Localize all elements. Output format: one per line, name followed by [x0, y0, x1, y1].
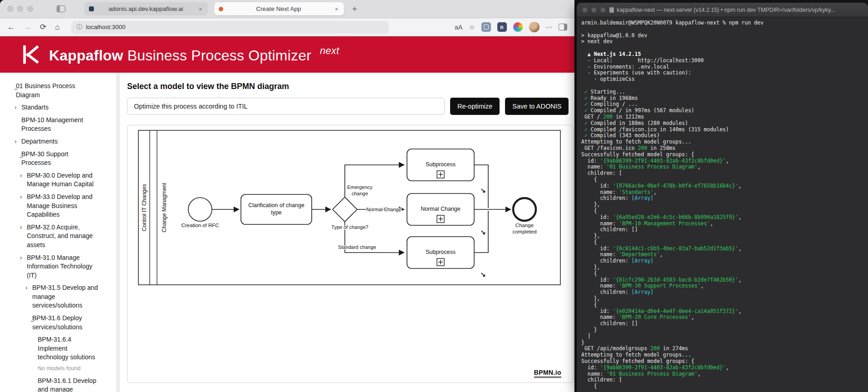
brand-name: Kappaflow [49, 47, 123, 64]
start-event-label: Creation of RFC [181, 223, 219, 228]
sidebar-item[interactable]: ›BPM-32.0 Acquire, Construct, and manage… [0, 223, 116, 250]
terminal-line: ✓ Compiled / in 997ms (567 modules) [581, 108, 863, 114]
subprocess-label: Subprocess [426, 161, 456, 168]
sidebar-item-label: 01 Business Process Diagram [16, 82, 98, 99]
task-label: type [271, 209, 282, 216]
sidebar-item[interactable]: ›BPM-30.0 Develop and Manage Human Capit… [0, 171, 116, 189]
terminal-line: > kappaflow@1.0.0 dev [581, 33, 863, 39]
terminal-line: name: '01 Business Process Diagram', [581, 164, 863, 170]
bpmn-io-watermark[interactable]: BPMN.io [534, 369, 561, 378]
chevron-right-icon[interactable]: › [15, 137, 21, 146]
address-bar[interactable]: ⓘ localhost:3000 [71, 21, 389, 34]
extension-n-icon[interactable]: n [497, 22, 507, 32]
close-tab-icon[interactable]: × [198, 5, 203, 13]
zoom-window-button[interactable] [27, 6, 33, 12]
terminal-line: children: [ [581, 170, 863, 177]
tab-create-next-app[interactable]: Create Next App × [214, 2, 344, 15]
save-to-adonis-button[interactable]: Save to ADONIS [505, 98, 569, 115]
terminal-line: }, [581, 233, 863, 239]
sidebar-toggle-icon[interactable] [57, 5, 65, 12]
chevron-down-icon[interactable]: › [3, 88, 20, 95]
sidebar-item[interactable]: BPM-31.6.1 Develop and manage service/so… [0, 377, 116, 392]
sidebar-item[interactable]: ›Standarts [0, 103, 116, 112]
pool-label: Control IT Changes [141, 184, 147, 231]
chevron-spacer [31, 335, 38, 362]
more-menu-icon[interactable]: ⋯ [546, 24, 553, 31]
terminal-line: ✓ Starting... [581, 89, 863, 95]
normal-flow-label: Normal Change [366, 207, 401, 212]
home-icon[interactable]: ⌂ [55, 23, 59, 32]
reader-icon[interactable]: aA [455, 24, 463, 31]
extension-icon[interactable] [481, 22, 491, 32]
sidebar-item[interactable]: ›BPM-30 Support Processes [0, 150, 116, 168]
terminal-line: GET / 200 in 1212ms [581, 114, 863, 120]
site-info-icon[interactable]: ⓘ [77, 23, 83, 31]
sidebar-scrollbar[interactable] [116, 73, 120, 392]
app-subtitle: Business Process Optimizer [128, 47, 311, 64]
profile-avatar[interactable] [529, 22, 539, 32]
chevron-right-icon[interactable]: › [25, 283, 32, 310]
reoptimize-button[interactable]: Re-optimize [450, 98, 500, 115]
close-window-button[interactable] [582, 7, 588, 13]
chevron-right-icon[interactable]: › [20, 253, 27, 280]
bookmark-star-icon[interactable]: ☆ [469, 24, 475, 31]
close-tab-icon[interactable]: × [334, 5, 339, 13]
sidebar-item[interactable]: BPM-31.6.4 Implement technology solution… [0, 335, 116, 362]
close-window-button[interactable] [7, 6, 13, 12]
browser-window: adonis.api.dev.kappaflow.ai × Create Nex… [0, 0, 574, 392]
optimize-prompt-input[interactable] [127, 98, 445, 115]
back-icon[interactable]: ← [7, 23, 15, 32]
minimize-window-button[interactable] [17, 6, 23, 12]
terminal-line: Successfully fetched model groups: { [581, 152, 863, 158]
terminal-line: > next dev [581, 39, 863, 45]
gateway-type-of-change[interactable] [333, 197, 357, 222]
sidebar-item[interactable]: ›BPM-31.0 Manage Information Technology … [0, 253, 116, 280]
end-event-label: Change [515, 223, 534, 228]
sidebar-item-label: No models found [38, 365, 81, 373]
subprocess-label: Normal Change [421, 206, 461, 212]
bpmn-diagram[interactable]: Control IT Changes Change Managment Crea… [128, 125, 573, 382]
new-tab-button[interactable]: + [352, 4, 357, 14]
chevron-down-icon[interactable]: › [8, 156, 26, 163]
sidebar-item[interactable]: ›Departments [0, 137, 116, 146]
sidebar-item[interactable]: ›BPM-31.5 Develop and manage services/so… [0, 283, 116, 310]
zoom-window-button[interactable] [600, 7, 606, 13]
terminal-line: id: '{9ab86399-2f91-4403-82ab-43f2c8bfd0… [581, 158, 863, 164]
start-event[interactable] [188, 198, 212, 221]
forward-icon[interactable]: → [24, 23, 31, 32]
chevron-right-icon[interactable]: › [15, 103, 21, 112]
minimize-window-button[interactable] [591, 7, 597, 13]
sidebar-item[interactable]: BPM-10 Management Processes [0, 116, 116, 134]
terminal-output[interactable]: armin.baldemair@WSMPQK20N00T9 kappaflow-… [577, 17, 868, 392]
terminal-line: { [581, 239, 863, 246]
sidebar-tree: ›01 Business Process Diagram›StandartsBP… [0, 73, 116, 392]
sidebar-item-label: BPM-31.0 Manage Information Technology (… [27, 253, 98, 280]
terminal-titlebar[interactable]: kappaflow-next — next-server (v14.2.15) … [577, 3, 868, 17]
reload-icon[interactable]: ⟳ [40, 22, 46, 32]
terminal-line: children: [] [581, 227, 863, 233]
end-event-label: completed [512, 229, 536, 234]
sidebar-item[interactable]: ›BPM-33.0 Develop and Manage Business Ca… [0, 193, 116, 219]
terminal-line [581, 26, 863, 33]
terminal-line [581, 83, 863, 89]
chevron-right-icon[interactable]: › [20, 223, 27, 250]
toolbar-right-icons: aA ☆ n ⋯ [455, 22, 567, 32]
terminal-line: ✓ Compiled (343 modules) [581, 133, 863, 139]
tab-adonis[interactable]: adonis.api.dev.kappaflow.ai × [84, 2, 208, 15]
color-wheel-extension-icon[interactable] [513, 22, 523, 32]
sidebar-item[interactable]: ›01 Business Process Diagram [0, 82, 116, 99]
chevron-right-icon[interactable]: › [20, 171, 27, 189]
terminal-line: id: '{6a95ed28-e2e6-4c5c-b66b-8b990a1825… [581, 214, 863, 221]
window-controls [0, 6, 33, 12]
terminal-line: ▲ Next.js 14.2.15 [581, 51, 863, 58]
terminal-line: GET /api/modelgroups 200 in 274ms [581, 346, 863, 352]
side-panel-icon[interactable] [559, 24, 567, 30]
chevron-right-icon[interactable]: › [20, 193, 27, 219]
terminal-line: { [581, 177, 863, 183]
adonis-favicon-icon [89, 6, 94, 11]
bpmn-canvas-card: Control IT Changes Change Managment Crea… [127, 125, 574, 383]
chevron-down-icon[interactable]: › [19, 320, 37, 327]
end-event[interactable] [513, 198, 536, 221]
terminal-line: ✓ Compiled in 188ms (280 modules) [581, 120, 863, 127]
sidebar-item[interactable]: ›BPM-31.6 Deploy services/solutions [0, 314, 116, 332]
